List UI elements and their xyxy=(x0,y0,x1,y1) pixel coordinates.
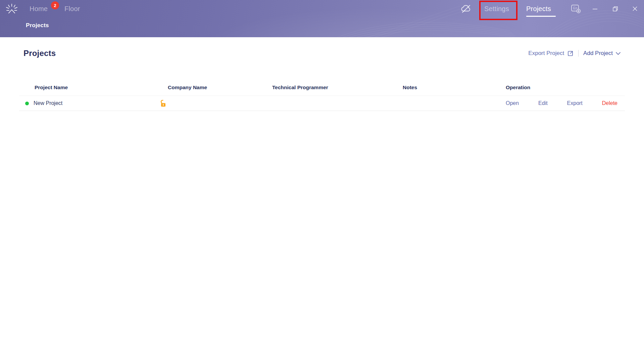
tab-settings[interactable]: Settings xyxy=(484,0,509,17)
status-dot-icon xyxy=(25,102,29,105)
page-actions: Export Project Add Project xyxy=(528,50,621,57)
svg-text:En: En xyxy=(573,6,577,10)
col-operation: Operation xyxy=(498,84,625,91)
open-link[interactable]: Open xyxy=(506,100,519,106)
page-header: Projects Export Project Add Project xyxy=(0,37,644,69)
export-project-button[interactable]: Export Project xyxy=(528,50,574,57)
actions-divider xyxy=(578,50,579,57)
breadcrumb: Projects xyxy=(26,22,49,29)
col-project-name: Project Name xyxy=(19,84,160,91)
active-tab-underline xyxy=(526,16,556,17)
cloud-offline-icon[interactable] xyxy=(460,0,472,17)
col-technical-programmer: Technical Programmer xyxy=(264,84,395,91)
tab-projects[interactable]: Projects xyxy=(526,0,551,17)
edit-link[interactable]: Edit xyxy=(538,100,548,106)
chevron-down-icon xyxy=(616,52,621,55)
titlebar: Home 2 Floor Settings Projects En xyxy=(0,0,644,37)
export-icon xyxy=(567,50,574,57)
table-row[interactable]: New Project Open Edit Export Delete xyxy=(19,96,625,111)
cell-company-name xyxy=(160,103,264,104)
app-logo-sunburst-icon[interactable] xyxy=(5,3,18,16)
language-add-icon[interactable]: En xyxy=(571,0,581,17)
close-icon[interactable] xyxy=(630,0,640,17)
cell-notes xyxy=(395,103,498,104)
export-link[interactable]: Export xyxy=(567,100,583,106)
project-name: New Project xyxy=(34,100,62,106)
cell-operation: Open Edit Export Delete xyxy=(498,100,625,106)
projects-table: Project Name Company Name Technical Prog… xyxy=(19,79,625,111)
table-header-row: Project Name Company Name Technical Prog… xyxy=(19,79,625,96)
cell-technical-programmer xyxy=(264,103,395,104)
col-notes: Notes xyxy=(395,84,498,91)
page-title: Projects xyxy=(23,49,56,58)
export-project-label: Export Project xyxy=(528,50,564,57)
tab-row: Home 2 Floor Settings Projects En xyxy=(0,0,644,17)
restore-icon[interactable] xyxy=(610,0,620,17)
tab-home[interactable]: Home xyxy=(30,0,48,17)
home-notification-badge: 2 xyxy=(51,1,59,9)
cell-project-name: New Project xyxy=(19,100,160,107)
add-project-label: Add Project xyxy=(583,50,613,57)
col-company-name: Company Name xyxy=(160,84,264,91)
delete-link[interactable]: Delete xyxy=(602,100,617,106)
minimize-icon[interactable] xyxy=(590,0,600,17)
tab-floor[interactable]: Floor xyxy=(64,0,80,17)
add-project-button[interactable]: Add Project xyxy=(583,50,621,57)
